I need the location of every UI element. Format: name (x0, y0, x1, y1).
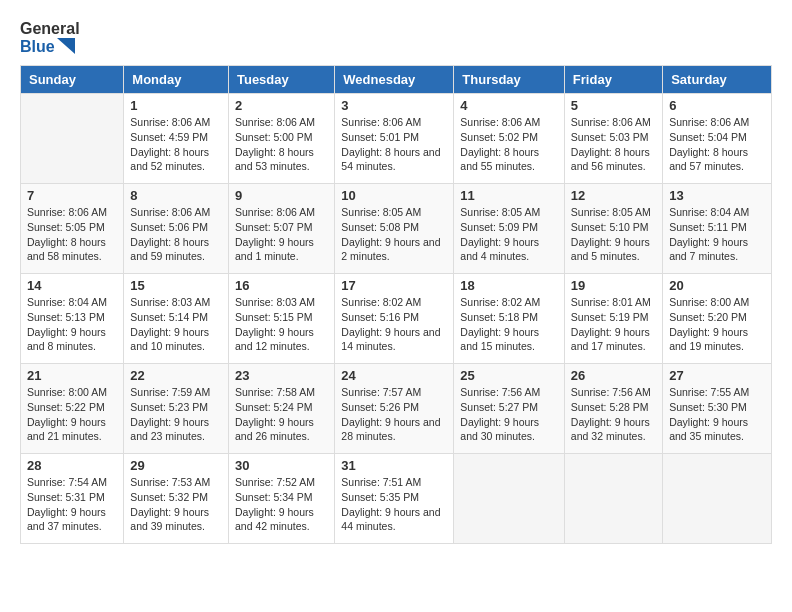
weekday-header-wednesday: Wednesday (335, 66, 454, 94)
sunset: Sunset: 5:09 PM (460, 220, 558, 235)
sunrise: Sunrise: 8:06 AM (27, 205, 117, 220)
day-number: 22 (130, 368, 222, 383)
day-cell: 6 Sunrise: 8:06 AM Sunset: 5:04 PM Dayli… (663, 94, 772, 184)
day-number: 28 (27, 458, 117, 473)
week-row-2: 7 Sunrise: 8:06 AM Sunset: 5:05 PM Dayli… (21, 184, 772, 274)
day-number: 12 (571, 188, 656, 203)
sunrise: Sunrise: 7:52 AM (235, 475, 328, 490)
weekday-header-row: SundayMondayTuesdayWednesdayThursdayFrid… (21, 66, 772, 94)
week-row-3: 14 Sunrise: 8:04 AM Sunset: 5:13 PM Dayl… (21, 274, 772, 364)
day-number: 27 (669, 368, 765, 383)
sunset: Sunset: 5:04 PM (669, 130, 765, 145)
calendar-body: 1 Sunrise: 8:06 AM Sunset: 4:59 PM Dayli… (21, 94, 772, 544)
day-number: 13 (669, 188, 765, 203)
daylight: Daylight: 9 hours and 30 minutes. (460, 415, 558, 444)
daylight: Daylight: 9 hours and 17 minutes. (571, 325, 656, 354)
sunset: Sunset: 5:23 PM (130, 400, 222, 415)
sunrise: Sunrise: 8:06 AM (571, 115, 656, 130)
sunrise: Sunrise: 8:06 AM (669, 115, 765, 130)
daylight: Daylight: 9 hours and 35 minutes. (669, 415, 765, 444)
week-row-4: 21 Sunrise: 8:00 AM Sunset: 5:22 PM Dayl… (21, 364, 772, 454)
sunrise: Sunrise: 7:58 AM (235, 385, 328, 400)
sunset: Sunset: 5:06 PM (130, 220, 222, 235)
day-cell (564, 454, 662, 544)
day-cell: 8 Sunrise: 8:06 AM Sunset: 5:06 PM Dayli… (124, 184, 229, 274)
daylight: Daylight: 9 hours and 44 minutes. (341, 505, 447, 534)
sunrise: Sunrise: 8:06 AM (235, 205, 328, 220)
sunrise: Sunrise: 8:02 AM (460, 295, 558, 310)
day-cell: 10 Sunrise: 8:05 AM Sunset: 5:08 PM Dayl… (335, 184, 454, 274)
day-cell: 24 Sunrise: 7:57 AM Sunset: 5:26 PM Dayl… (335, 364, 454, 454)
day-info: Sunrise: 8:01 AM Sunset: 5:19 PM Dayligh… (571, 295, 656, 354)
sunset: Sunset: 5:19 PM (571, 310, 656, 325)
day-info: Sunrise: 7:56 AM Sunset: 5:28 PM Dayligh… (571, 385, 656, 444)
daylight: Daylight: 9 hours and 8 minutes. (27, 325, 117, 354)
sunrise: Sunrise: 7:55 AM (669, 385, 765, 400)
day-number: 5 (571, 98, 656, 113)
daylight: Daylight: 9 hours and 1 minute. (235, 235, 328, 264)
sunset: Sunset: 5:15 PM (235, 310, 328, 325)
day-cell (454, 454, 565, 544)
daylight: Daylight: 9 hours and 2 minutes. (341, 235, 447, 264)
sunrise: Sunrise: 8:00 AM (669, 295, 765, 310)
sunset: Sunset: 5:22 PM (27, 400, 117, 415)
day-number: 4 (460, 98, 558, 113)
day-info: Sunrise: 8:06 AM Sunset: 5:00 PM Dayligh… (235, 115, 328, 174)
sunset: Sunset: 5:08 PM (341, 220, 447, 235)
day-number: 30 (235, 458, 328, 473)
daylight: Daylight: 9 hours and 5 minutes. (571, 235, 656, 264)
day-info: Sunrise: 8:04 AM Sunset: 5:11 PM Dayligh… (669, 205, 765, 264)
day-info: Sunrise: 8:06 AM Sunset: 5:01 PM Dayligh… (341, 115, 447, 174)
daylight: Daylight: 8 hours and 52 minutes. (130, 145, 222, 174)
sunrise: Sunrise: 8:00 AM (27, 385, 117, 400)
week-row-5: 28 Sunrise: 7:54 AM Sunset: 5:31 PM Dayl… (21, 454, 772, 544)
day-cell: 11 Sunrise: 8:05 AM Sunset: 5:09 PM Dayl… (454, 184, 565, 274)
daylight: Daylight: 8 hours and 57 minutes. (669, 145, 765, 174)
logo: General Blue (20, 20, 80, 55)
daylight: Daylight: 9 hours and 23 minutes. (130, 415, 222, 444)
sunrise: Sunrise: 7:59 AM (130, 385, 222, 400)
sunset: Sunset: 5:20 PM (669, 310, 765, 325)
daylight: Daylight: 9 hours and 21 minutes. (27, 415, 117, 444)
sunset: Sunset: 5:32 PM (130, 490, 222, 505)
sunrise: Sunrise: 7:53 AM (130, 475, 222, 490)
day-info: Sunrise: 8:00 AM Sunset: 5:22 PM Dayligh… (27, 385, 117, 444)
sunset: Sunset: 5:35 PM (341, 490, 447, 505)
sunrise: Sunrise: 7:54 AM (27, 475, 117, 490)
day-number: 7 (27, 188, 117, 203)
logo-general: General (20, 20, 80, 38)
sunrise: Sunrise: 7:56 AM (460, 385, 558, 400)
weekday-header-sunday: Sunday (21, 66, 124, 94)
day-cell: 26 Sunrise: 7:56 AM Sunset: 5:28 PM Dayl… (564, 364, 662, 454)
day-info: Sunrise: 8:05 AM Sunset: 5:09 PM Dayligh… (460, 205, 558, 264)
sunset: Sunset: 5:27 PM (460, 400, 558, 415)
sunrise: Sunrise: 8:05 AM (341, 205, 447, 220)
daylight: Daylight: 8 hours and 55 minutes. (460, 145, 558, 174)
day-cell: 20 Sunrise: 8:00 AM Sunset: 5:20 PM Dayl… (663, 274, 772, 364)
day-info: Sunrise: 8:03 AM Sunset: 5:15 PM Dayligh… (235, 295, 328, 354)
day-cell: 21 Sunrise: 8:00 AM Sunset: 5:22 PM Dayl… (21, 364, 124, 454)
daylight: Daylight: 9 hours and 42 minutes. (235, 505, 328, 534)
day-cell: 23 Sunrise: 7:58 AM Sunset: 5:24 PM Dayl… (228, 364, 334, 454)
day-info: Sunrise: 7:59 AM Sunset: 5:23 PM Dayligh… (130, 385, 222, 444)
daylight: Daylight: 9 hours and 12 minutes. (235, 325, 328, 354)
day-info: Sunrise: 8:02 AM Sunset: 5:16 PM Dayligh… (341, 295, 447, 354)
day-cell: 12 Sunrise: 8:05 AM Sunset: 5:10 PM Dayl… (564, 184, 662, 274)
day-number: 18 (460, 278, 558, 293)
day-number: 14 (27, 278, 117, 293)
day-cell: 2 Sunrise: 8:06 AM Sunset: 5:00 PM Dayli… (228, 94, 334, 184)
sunrise: Sunrise: 8:06 AM (341, 115, 447, 130)
sunset: Sunset: 5:00 PM (235, 130, 328, 145)
day-cell: 14 Sunrise: 8:04 AM Sunset: 5:13 PM Dayl… (21, 274, 124, 364)
day-info: Sunrise: 7:53 AM Sunset: 5:32 PM Dayligh… (130, 475, 222, 534)
daylight: Daylight: 8 hours and 54 minutes. (341, 145, 447, 174)
sunset: Sunset: 4:59 PM (130, 130, 222, 145)
sunrise: Sunrise: 8:06 AM (460, 115, 558, 130)
day-info: Sunrise: 8:04 AM Sunset: 5:13 PM Dayligh… (27, 295, 117, 354)
day-info: Sunrise: 7:51 AM Sunset: 5:35 PM Dayligh… (341, 475, 447, 534)
weekday-header-monday: Monday (124, 66, 229, 94)
sunset: Sunset: 5:14 PM (130, 310, 222, 325)
sunset: Sunset: 5:10 PM (571, 220, 656, 235)
day-cell: 7 Sunrise: 8:06 AM Sunset: 5:05 PM Dayli… (21, 184, 124, 274)
day-info: Sunrise: 7:55 AM Sunset: 5:30 PM Dayligh… (669, 385, 765, 444)
